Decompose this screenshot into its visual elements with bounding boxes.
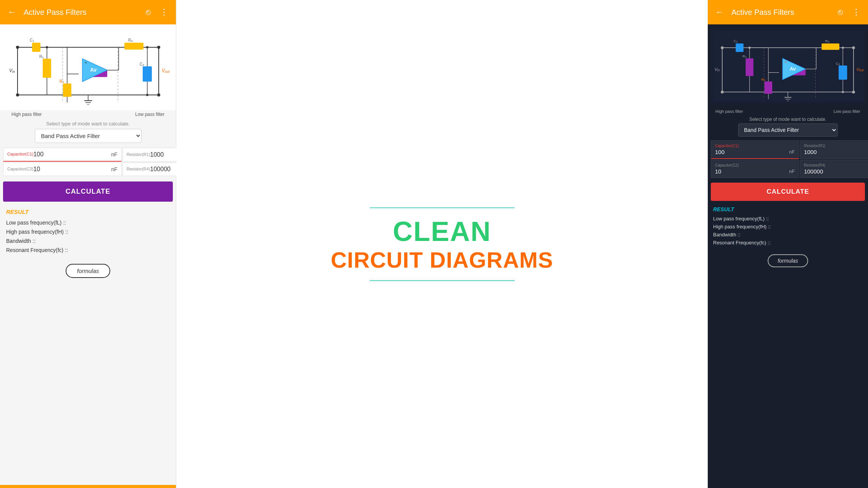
right-c1-label: Capacitor(C1): [715, 144, 795, 148]
right-input-c1: Capacitor(C1) nF: [711, 140, 799, 159]
svg-text:R4: R4: [825, 39, 829, 43]
svg-rect-10: [43, 59, 51, 78]
svg-point-90: [842, 47, 844, 49]
svg-rect-7: [32, 43, 40, 52]
svg-point-40: [16, 93, 19, 96]
svg-point-89: [749, 47, 751, 49]
top-teal-line: [370, 207, 515, 208]
left-c2-label: Capacitor(C2): [7, 167, 33, 171]
left-input-c2: Capacitor(C2) nF: [3, 162, 122, 176]
right-input-c2: Capacitor(C2) nF: [711, 160, 799, 178]
bottom-teal-line: [370, 280, 515, 281]
right-r4-label: Resistor(R4): [804, 163, 868, 167]
left-c2-unit: nF: [111, 166, 117, 172]
right-app-title: Active Pass Filters: [731, 8, 830, 17]
left-result-fc: Resonant Frequency(fc) ::: [6, 246, 170, 255]
right-result-fc: Resonant Frequency(fc) ::: [713, 239, 863, 247]
promo-circuit-text: CIRCUIT DIAGRAMS: [331, 247, 553, 273]
right-menu-button[interactable]: ⋮: [850, 6, 862, 19]
left-bottom-bar: [0, 485, 176, 488]
svg-point-39: [16, 46, 19, 49]
left-circuit-area: Vin Vout C1 R1 R2 R3 Av: [0, 24, 176, 110]
svg-text:C2: C2: [836, 62, 840, 66]
right-input-r1: Resistor(R1) Ω: [800, 140, 868, 159]
right-r1-input[interactable]: [804, 149, 868, 155]
left-menu-button[interactable]: ⋮: [158, 6, 170, 19]
svg-text:R2: R2: [761, 78, 765, 82]
left-input-c1: Capacitor(C1) nF: [3, 148, 122, 162]
right-circuit-area: Vin Vout C1 R1 R2 R3 Av +: [708, 24, 868, 108]
right-high-pass-label: High pass filter: [715, 109, 743, 114]
left-result-section: RESULT Low pass frequency(fL) :: High pa…: [0, 205, 176, 258]
svg-text:R1: R1: [742, 55, 747, 59]
left-high-pass-label: High pass filter: [11, 112, 42, 117]
left-r1-label: Resistor(R1): [127, 152, 150, 157]
left-result-fh: High pass frequency(fH) ::: [6, 227, 170, 236]
left-back-button[interactable]: ←: [6, 6, 18, 19]
right-c2-input[interactable]: [715, 168, 787, 175]
right-filter-labels: High pass filter Low pass filter: [708, 109, 868, 114]
left-inputs-grid: Capacitor(C1) nF Resistor(R1) Ω Capacito…: [3, 148, 173, 176]
right-panel: ← Active Pass Filters ⎋ ⋮ Vin Vout C1 R1: [708, 0, 868, 488]
right-result-section: RESULT Low pass frequency(fL) :: High pa…: [708, 204, 868, 249]
right-c2-label: Capacitor(C2): [715, 163, 795, 167]
left-calculate-button[interactable]: CALCULATE: [3, 181, 173, 202]
right-app-bar: ← Active Pass Filters ⎋ ⋮: [708, 0, 868, 24]
svg-point-43: [46, 46, 48, 48]
left-c2-input[interactable]: [33, 166, 110, 173]
right-back-button[interactable]: ←: [714, 6, 725, 19]
left-app-bar: ← Active Pass Filters ⎋ ⋮: [0, 0, 176, 24]
svg-point-41: [157, 46, 160, 49]
left-dropdown-row: Band Pass Active Filter Low Pass Active …: [0, 129, 176, 148]
right-low-pass-label: Low pass filter: [834, 109, 860, 114]
right-formulas-button[interactable]: formulas: [768, 254, 808, 267]
left-c1-input[interactable]: [33, 151, 110, 158]
svg-point-85: [721, 46, 723, 49]
left-result-title: RESULT: [6, 209, 170, 215]
right-result-fh: High pass frequency(fH) ::: [713, 223, 863, 231]
right-r4-input[interactable]: [804, 168, 868, 175]
left-formulas-row: formulas: [0, 264, 176, 278]
svg-text:+: +: [85, 60, 87, 65]
svg-point-45: [146, 94, 148, 96]
right-r1-label: Resistor(R1): [804, 144, 868, 148]
right-input-r4: Resistor(R4) Ω: [800, 160, 868, 178]
left-result-bw: Bandwidth ::: [6, 236, 170, 246]
left-panel: ← Active Pass Filters ⎋ ⋮ Vin Vout C1: [0, 0, 176, 488]
left-c1-label: Capacitor(C1): [7, 152, 33, 156]
left-circuit-diagram: Vin Vout C1 R1 R2 R3 Av: [6, 28, 170, 106]
right-result-fl: Low pass frequency(fL) ::: [713, 215, 863, 223]
right-c2-unit: nF: [789, 169, 795, 174]
svg-point-88: [852, 91, 855, 93]
svg-rect-74: [839, 66, 847, 80]
right-c1-input[interactable]: [715, 149, 787, 155]
right-share-button[interactable]: ⎋: [836, 6, 844, 19]
right-circuit-diagram: Vin Vout C1 R1 R2 R3 Av +: [712, 28, 864, 104]
svg-point-44: [146, 46, 148, 48]
svg-point-42: [157, 93, 160, 96]
svg-rect-25: [124, 43, 143, 50]
right-formulas-row: formulas: [708, 254, 868, 267]
left-result-fl: Low pass frequency(fL) ::: [6, 218, 170, 227]
svg-rect-71: [821, 43, 839, 50]
left-formulas-button[interactable]: formulas: [66, 264, 111, 278]
right-result-title: RESULT: [713, 206, 863, 212]
right-result-bw: Bandwidth ::: [713, 231, 863, 239]
right-calculate-button[interactable]: CALCULATE: [711, 183, 865, 201]
svg-text:Av: Av: [90, 67, 97, 73]
svg-rect-53: [736, 43, 743, 52]
left-filter-labels: High pass filter Low pass filter: [0, 112, 176, 117]
svg-point-91: [842, 91, 844, 93]
middle-panel: CLEAN CIRCUIT DIAGRAMS: [176, 0, 708, 488]
left-share-button[interactable]: ⎋: [144, 6, 152, 19]
left-select-text: Select type of mode want to calculate.: [0, 117, 176, 129]
right-select-text: Select type of mode want to calculate.: [708, 114, 868, 124]
svg-text:+: +: [785, 60, 787, 64]
left-filter-dropdown[interactable]: Band Pass Active Filter Low Pass Active …: [35, 129, 142, 143]
svg-rect-56: [746, 58, 753, 76]
svg-point-87: [852, 46, 855, 49]
right-filter-dropdown[interactable]: Band Pass Active Filter Low Pass Active …: [738, 124, 837, 136]
svg-rect-14: [63, 83, 71, 97]
left-app-title: Active Pass Filters: [24, 8, 138, 17]
svg-point-86: [721, 91, 723, 93]
